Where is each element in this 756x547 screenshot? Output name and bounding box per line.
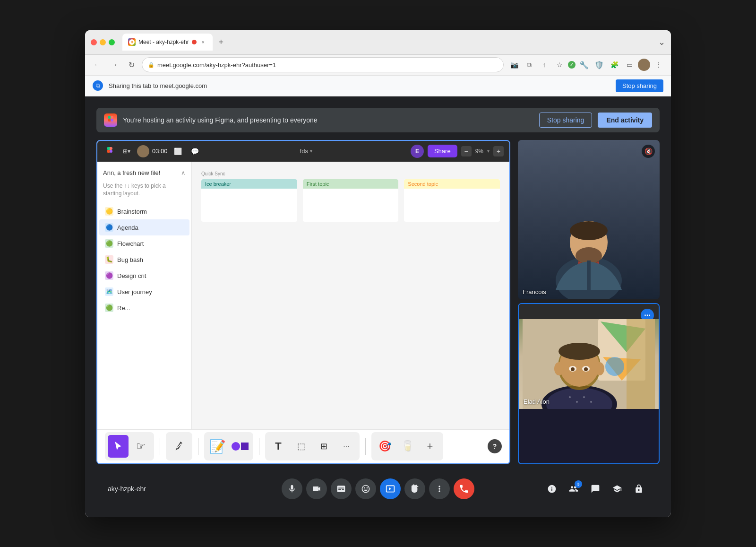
sidebar-header: Ann, a fresh new file! ∧ [97, 165, 191, 180]
figma-activity-icon [104, 113, 117, 127]
microphone-button[interactable] [282, 478, 302, 499]
figma-share-button[interactable]: Share [428, 145, 457, 157]
zoom-level: 9% [475, 148, 483, 155]
back-button[interactable]: ← [91, 58, 104, 71]
address-bar[interactable]: 🔒 meet.google.com/aky-hzpk-ehr?authuser=… [142, 57, 504, 72]
canvas-column-2: First topic [303, 179, 399, 222]
select-tool[interactable] [108, 435, 129, 458]
sidebar-icon[interactable]: ▭ [623, 58, 636, 71]
pen-tool[interactable] [169, 435, 189, 458]
chrome-more-icon[interactable]: ⋮ [652, 58, 665, 71]
more-tools[interactable]: ··· [336, 435, 357, 458]
main-content: You're hosting an activity using Figma, … [85, 96, 671, 517]
figma-layout-tool[interactable]: ⬜ [172, 145, 185, 158]
cast-icon[interactable]: 📷 [507, 58, 521, 71]
forward-button[interactable]: → [108, 58, 121, 71]
figma-title[interactable]: fds ▾ [206, 148, 407, 155]
chat-button[interactable] [586, 479, 605, 498]
extension-icon-1[interactable]: 🔧 [577, 58, 591, 71]
tab-close-button[interactable]: × [199, 38, 207, 46]
svg-point-23 [583, 396, 585, 398]
reload-button[interactable]: ↻ [125, 58, 138, 71]
controls-right: 3 [474, 479, 648, 498]
figma-logo[interactable] [103, 145, 116, 158]
select-tools-group: ☞ [105, 432, 154, 460]
help-button[interactable]: ? [488, 439, 502, 453]
column-header-ice: Ice breaker [201, 179, 297, 189]
figjam-asset-2[interactable]: 🥛 [397, 435, 418, 458]
share-icon[interactable]: ↑ [538, 58, 551, 71]
title-chevron-icon: ▾ [310, 148, 312, 154]
add-asset-tool[interactable]: + [420, 435, 440, 458]
extension-icon-2[interactable]: 🛡️ [593, 58, 606, 71]
activities-button[interactable] [608, 479, 627, 498]
close-button[interactable] [91, 39, 97, 45]
figma-chat-tool[interactable]: 💬 [189, 145, 202, 158]
browser-stop-sharing-button[interactable]: Stop sharing [616, 79, 663, 92]
active-tab[interactable]: Meet - aky-hzpk-ehr × [122, 34, 213, 51]
sidebar-item-retro[interactable]: 🟢 Re... [99, 300, 189, 316]
camera-button[interactable] [306, 478, 327, 499]
url-text: meet.google.com/aky-hzpk-ehr?authuser=1 [157, 61, 276, 69]
zoom-minus-button[interactable]: − [461, 146, 472, 156]
figjam-asset-1[interactable]: 🎯 [374, 435, 395, 458]
frame-tool[interactable]: ⬚ [291, 435, 311, 458]
retro-label: Re... [117, 304, 130, 312]
toolbar-divider-3 [259, 438, 259, 455]
designcrit-label: Design crit [117, 272, 146, 279]
sidebar-item-designcrit[interactable]: 🟣 Design crit [99, 268, 189, 284]
column-header-second: Second topic [404, 179, 500, 189]
svg-point-8 [605, 357, 624, 376]
bookmark-icon[interactable]: ☆ [553, 58, 566, 71]
timer-avatar [137, 145, 149, 157]
activity-text: You're hosting an activity using Figma, … [123, 116, 533, 124]
sidebar-item-userjourney[interactable]: 🗺️ User journey [99, 284, 189, 300]
open-tab-icon[interactable]: ⧉ [523, 58, 536, 71]
minimize-button[interactable] [100, 39, 106, 45]
canvas-column-1: Ice breaker [201, 179, 297, 222]
end-call-button[interactable] [454, 478, 474, 499]
title-bar: Meet - aky-hzpk-ehr × + ⌄ [85, 30, 671, 55]
retro-icon: 🟢 [105, 304, 113, 312]
end-activity-button[interactable]: End activity [598, 113, 652, 128]
brainstorm-icon: 🟡 [105, 207, 113, 216]
lock-button[interactable] [629, 479, 648, 498]
stop-sharing-button[interactable]: Stop sharing [539, 113, 593, 128]
hand-tool[interactable]: ☞ [130, 435, 151, 458]
tab-favicon [128, 38, 136, 46]
table-tool[interactable]: ⊞ [313, 435, 334, 458]
sticky-note-tool[interactable]: 📝 [207, 435, 228, 458]
svg-point-19 [571, 367, 575, 371]
zoom-plus-button[interactable]: + [493, 146, 504, 156]
timer-text: 03:00 [152, 148, 168, 155]
text-tool[interactable]: T [268, 435, 289, 458]
figma-grid-tool[interactable]: ⊞▾ [120, 145, 133, 158]
profile-avatar[interactable] [638, 59, 650, 71]
canvas-column-3: Second topic [404, 179, 500, 222]
sidebar-item-agenda[interactable]: 🔵 Agenda [99, 219, 189, 235]
more-options-button[interactable] [429, 478, 450, 499]
sidebar-title: Ann, a fresh new file! [103, 169, 160, 176]
sidebar-item-flowchart[interactable]: 🟢 Flowchart [99, 235, 189, 252]
chrome-menu-button[interactable]: ⌄ [658, 37, 665, 47]
info-button[interactable] [542, 479, 561, 498]
figma-main[interactable]: Quick Sync Ice breaker First topic Secon… [192, 162, 509, 429]
designcrit-icon: 🟣 [105, 271, 113, 280]
puzzle-icon[interactable]: 🧩 [608, 58, 621, 71]
flowchart-label: Flowchart [117, 240, 144, 247]
canvas-label: Quick Sync [201, 171, 500, 176]
emoji-button[interactable] [355, 478, 376, 499]
sidebar-close-icon[interactable]: ∧ [181, 169, 186, 176]
raise-hand-button[interactable] [404, 478, 425, 499]
tab-bar: Meet - aky-hzpk-ehr × + [122, 34, 654, 51]
captions-button[interactable] [331, 478, 352, 499]
people-button[interactable]: 3 [564, 479, 583, 498]
bugbash-label: Bug bash [117, 256, 143, 263]
new-tab-button[interactable]: + [215, 35, 228, 49]
shapes-tool[interactable] [230, 435, 250, 458]
sidebar-item-bugbash[interactable]: 🐛 Bug bash [99, 252, 189, 268]
sidebar-item-brainstorm[interactable]: 🟡 Brainstorm [99, 203, 189, 219]
maximize-button[interactable] [109, 39, 115, 45]
video-tile-elad: ··· [518, 303, 660, 464]
present-button[interactable] [380, 478, 401, 499]
